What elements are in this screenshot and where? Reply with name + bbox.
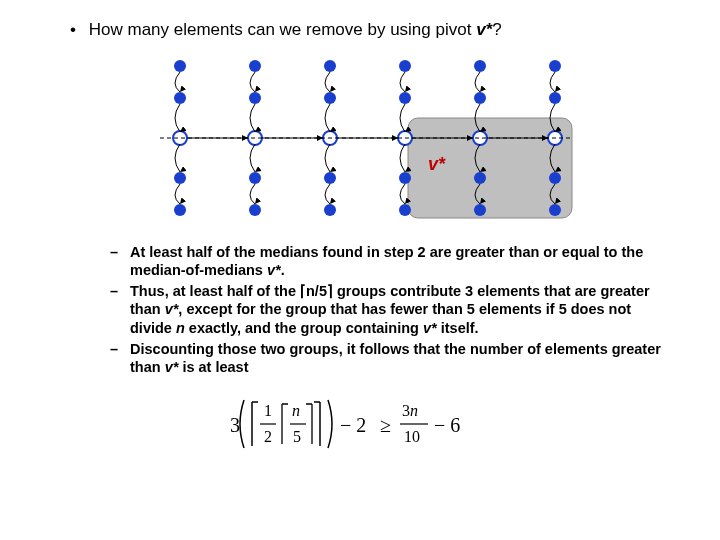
dash-2: – — [110, 282, 130, 336]
f-n5num: n — [292, 402, 300, 419]
svg-point-28 — [549, 172, 561, 184]
sub-2: – Thus, at least half of the ⌈n/5⌉ group… — [110, 282, 670, 336]
formula-container: 3 1 2 n 5 − 2 — [50, 394, 670, 459]
svg-point-11 — [324, 92, 336, 104]
svg-point-5 — [249, 60, 261, 72]
bullet-marker: • — [70, 20, 84, 40]
svg-point-3 — [174, 172, 186, 184]
f-minus2: − 2 — [340, 414, 366, 436]
svg-point-1 — [174, 92, 186, 104]
diagram-container: v* — [50, 48, 670, 233]
sub-2-body: Thus, at least half of the ⌈n/5⌉ groups … — [130, 282, 670, 336]
s1p1: v* — [267, 262, 281, 278]
f-rhsden: 10 — [404, 428, 420, 445]
svg-point-9 — [249, 204, 261, 216]
main-text-b: ? — [492, 20, 501, 39]
svg-point-0 — [174, 60, 186, 72]
main-text-a: How many elements can we remove by using… — [89, 20, 476, 39]
f-three: 3 — [230, 414, 240, 436]
dash-3: – — [110, 340, 130, 376]
s2p10: itself. — [437, 320, 479, 336]
svg-point-14 — [324, 204, 336, 216]
vstar-label: v* — [428, 154, 446, 174]
inequality-formula: 3 1 2 n 5 − 2 — [230, 394, 490, 454]
main-bullet-text: How many elements can we remove by using… — [89, 20, 669, 40]
f-rhsnum: 3n — [402, 402, 418, 419]
svg-point-24 — [474, 204, 486, 216]
svg-point-6 — [249, 92, 261, 104]
svg-point-23 — [474, 172, 486, 184]
s2p2: n/5 — [306, 283, 327, 299]
f-geq: ≥ — [380, 414, 391, 436]
sub-3-body: Discounting those two groups, it follows… — [130, 340, 670, 376]
slide: • How many elements can we remove by usi… — [0, 0, 720, 479]
s2p9: v* — [423, 320, 437, 336]
main-bullet: • How many elements can we remove by usi… — [70, 20, 670, 40]
svg-point-10 — [324, 60, 336, 72]
s2p7: n — [176, 320, 185, 336]
f-half-den: 2 — [264, 428, 272, 445]
s1p0: At least half of the medians found in st… — [130, 244, 643, 278]
svg-point-25 — [549, 60, 561, 72]
f-half-num: 1 — [264, 402, 272, 419]
s2p0: Thus, at least half of the — [130, 283, 300, 299]
svg-point-21 — [474, 92, 486, 104]
f-minus6: − 6 — [434, 414, 460, 436]
s1p2: . — [281, 262, 285, 278]
svg-point-26 — [549, 92, 561, 104]
svg-point-4 — [174, 204, 186, 216]
s3p1: v* — [165, 359, 179, 375]
dash-1: – — [110, 243, 130, 279]
svg-point-15 — [399, 60, 411, 72]
svg-point-8 — [249, 172, 261, 184]
svg-point-18 — [399, 172, 411, 184]
s2p8: exactly, and the group containing — [185, 320, 423, 336]
f-n5den: 5 — [293, 428, 301, 445]
s2p5: v* — [165, 301, 179, 317]
sub-1-body: At least half of the medians found in st… — [130, 243, 670, 279]
svg-point-20 — [474, 60, 486, 72]
s3p2: is at least — [178, 359, 248, 375]
svg-point-19 — [399, 204, 411, 216]
sub-1: – At least half of the medians found in … — [110, 243, 670, 279]
svg-point-16 — [399, 92, 411, 104]
main-vstar: v* — [476, 20, 492, 39]
svg-point-13 — [324, 172, 336, 184]
median-of-medians-diagram: v* — [140, 48, 580, 228]
svg-point-29 — [549, 204, 561, 216]
sub-3: – Discounting those two groups, it follo… — [110, 340, 670, 376]
sub-bullets: – At least half of the medians found in … — [110, 243, 670, 376]
